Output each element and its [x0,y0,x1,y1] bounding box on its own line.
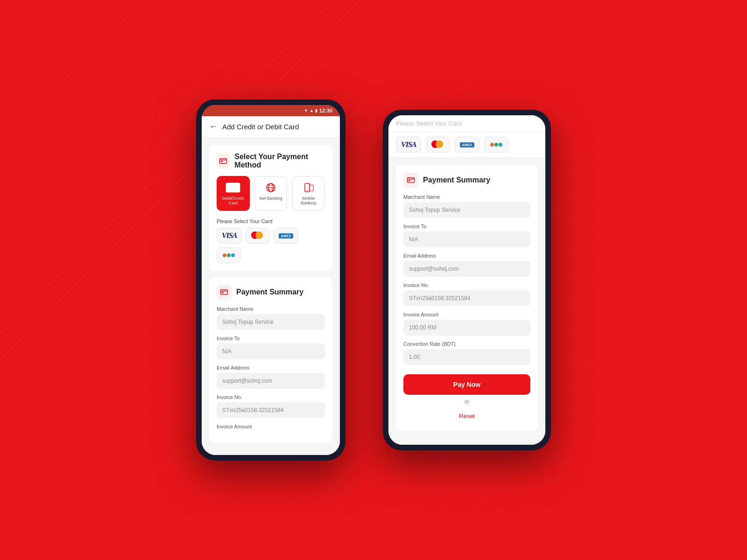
invoice-amount-value-2: 100.00 RM [403,320,530,336]
field-invoice-to-2: Invoice To N/A [403,224,530,247]
merchant-value-2: Sohoj Topup Service [403,202,530,218]
mastercard-logo-2 [431,140,444,149]
field-invoice-amount-1: Invoice Amount [217,424,325,429]
field-email-1: Email Address support@sohoj.com [217,365,325,389]
debit-credit-label: Debit/Credit Card [220,196,246,205]
visa-card-option[interactable]: VISA [217,228,242,244]
mc-right-circle [255,231,263,239]
visa-logo-2: VISA [401,140,416,149]
partial-app-bar-2: Please Select Your Card [388,115,545,132]
db-circle-1 [223,253,226,257]
merchant-label-1: Marchant Name [217,306,325,312]
summary-icon-1 [220,288,228,296]
debit-credit-btn[interactable]: Debit/Credit Card [217,176,250,211]
net-banking-icon [262,182,279,194]
globe-icon [263,182,278,193]
signal-icon: ▼ [304,108,308,113]
back-button-1[interactable]: ← [209,122,218,132]
invoice-no-label-1: Invoice No. [217,394,325,400]
db-circle-2 [227,253,231,257]
mastercard-option-2[interactable] [426,137,450,153]
field-invoice-to-1: Invoice To N/A [217,336,325,359]
merchant-label-2: Marchant Name [403,194,530,200]
svg-rect-19 [409,180,411,181]
phone-2-screen: Please Select Your Card VISA AMEX [388,115,545,445]
field-conversion-rate-2: Convertion Rate (BDT) 1.00 [403,341,530,365]
payment-summary-header-1: Payment Summary [217,285,325,300]
card-options-row-2: VISA AMEX [388,132,545,158]
field-merchant-2: Marchant Name Sohoj Topup Service [403,194,530,218]
invoice-to-label-2: Invoice To [403,224,530,229]
summary-icon-container-2 [403,173,418,188]
db-circle-3 [231,253,235,257]
status-icons-1: ▼ ▲ ▮ [304,108,317,113]
amex-logo-2: AMEX [460,142,474,147]
amex-option-2[interactable]: AMEX [455,137,479,153]
partial-title-2: Please Select Your Card [396,120,538,127]
amex-option[interactable]: AMEX [274,228,298,244]
db-circle-2-3 [499,143,502,147]
conversion-label-2: Convertion Rate (BDT) [403,341,530,347]
field-merchant-1: Marchant Name Sohoj Topup Service [217,306,325,330]
svg-rect-16 [222,292,224,293]
status-bar-1: ▼ ▲ ▮ 12:30 [202,105,340,116]
visa-card-option-2[interactable]: VISA [396,137,421,153]
summary-icon-2 [407,176,415,184]
payment-summary-title-1: Payment Summary [236,288,303,296]
invoice-no-label-2: Invoice No. [403,282,530,288]
db-circle-2-2 [494,143,498,147]
mobile-banking-btn[interactable]: Mobile Banking [292,176,325,211]
svg-rect-2 [221,161,223,162]
phone-1-screen: ▼ ▲ ▮ 12:30 ← Add Credit or Debit Card [202,105,340,455]
scroll-content-1: Select Your Payment Method [202,138,340,455]
db-option-2[interactable] [484,137,508,153]
reset-button[interactable]: Reset [403,409,530,423]
card-method-icon [226,182,240,193]
mastercard-logo [251,231,264,240]
app-bar-title-1: Add Credit or Debit Card [222,123,299,131]
mastercard-option[interactable] [246,228,270,244]
payment-summary-card-1: Payment Summary Marchant Name Sohoj Topu… [209,277,332,442]
card-icon [219,157,227,165]
email-label-1: Email Address [217,365,325,371]
summary-icon-container-1 [217,285,232,300]
dutch-bangla-option[interactable] [217,247,241,263]
mc-right-2 [436,140,443,148]
battery-icon: ▮ [315,108,317,113]
amex-logo: AMEX [279,233,293,238]
field-invoice-no-2: Invoice No. STxn25a0158.32521584 [403,282,530,306]
field-invoice-amount-2: Invoice Amount 100.00 RM [403,312,530,336]
payment-summary-title-2: Payment Summary [423,176,490,184]
invoice-amount-label-2: Invoice Amount [403,312,530,317]
net-banking-btn[interactable]: Net Banking [254,176,288,211]
screen-content-2: Payment Summary Marchant Name Sohoj Topu… [388,158,545,445]
db-circle-2-1 [490,143,494,147]
pay-now-button[interactable]: Pay Now [403,374,530,395]
invoice-amount-label-1: Invoice Amount [217,424,325,429]
svg-rect-14 [221,290,228,295]
svg-rect-17 [408,178,415,183]
conversion-value-2: 1.00 [403,349,530,365]
invoice-no-value-2: STxn25a0158.32521584 [403,290,530,306]
payment-summary-card-2: Payment Summary Marchant Name Sohoj Topu… [396,165,538,431]
screen-content-1: Select Your Payment Method [202,138,340,455]
card-select-label: Please Select Your Card [217,218,325,224]
email-label-2: Email Address [403,253,530,259]
payment-summary-header-2: Payment Summary [403,173,530,188]
email-value-1: support@sohoj.com [217,373,325,389]
invoice-no-value-1: STxn25a0158.32521584 [217,402,325,418]
card-icon-container [217,154,230,168]
email-value-2: support@sohoj.com [403,261,530,277]
db-logo-2 [490,143,502,147]
visa-logo: VISA [222,231,237,240]
mobile-banking-icon [300,182,317,194]
field-email-2: Email Address support@sohoj.com [403,253,530,277]
payment-method-header: Select Your Payment Method [217,153,325,169]
svg-rect-4 [226,185,240,187]
svg-point-12 [307,190,308,191]
phone-2: Please Select Your Card VISA AMEX [383,110,551,450]
svg-rect-0 [220,159,227,164]
invoice-to-value-1: N/A [217,343,325,359]
merchant-value-1: Sohoj Topup Service [217,314,325,330]
net-banking-label: Net Banking [259,196,282,201]
